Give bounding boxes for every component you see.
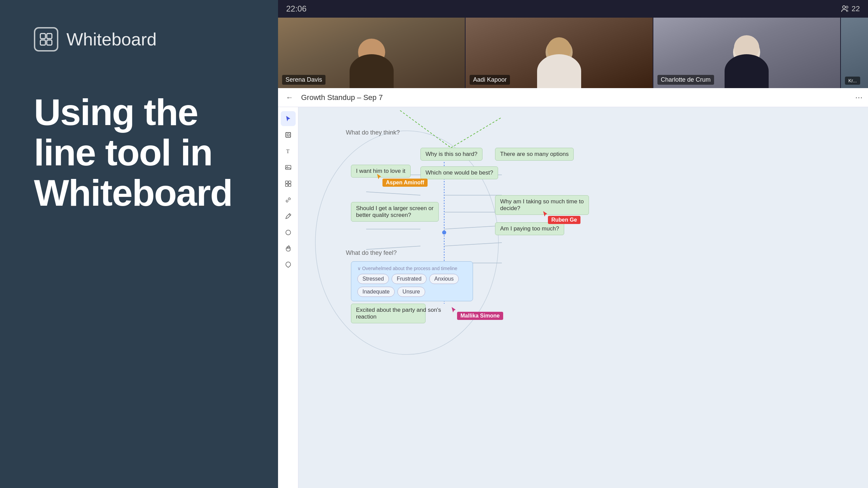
more-options-button[interactable]: ⋯ — [855, 93, 863, 102]
section-think-title: What do they think? — [346, 129, 400, 136]
svg-point-4 — [843, 6, 845, 8]
left-panel: Whiteboard Using the line tool in Whiteb… — [0, 0, 278, 488]
whiteboard-area: ← Growth Standup – Sep 7 ⋯ T — [278, 88, 868, 488]
hero-title: Using the line tool in Whiteboard — [34, 92, 244, 213]
video-thumb-1: Serena Davis — [278, 18, 466, 88]
svg-text:T: T — [286, 148, 290, 154]
chip-inadequate: Inadequate — [357, 287, 395, 297]
cursor-mallika-label: Mallika Simone — [457, 312, 503, 320]
cursor-aspen-arrow — [376, 173, 382, 180]
svg-line-28 — [444, 243, 502, 246]
svg-point-5 — [846, 6, 848, 8]
whiteboard-topbar: ← Growth Standup – Sep 7 ⋯ — [278, 88, 868, 107]
frame-tool[interactable] — [281, 127, 296, 142]
shape-tool[interactable] — [281, 225, 296, 240]
svg-rect-9 — [285, 165, 291, 169]
participant-name-3: Charlotte de Crum — [657, 75, 714, 85]
svg-rect-12 — [289, 181, 291, 183]
cursor-ruben-arrow — [542, 210, 548, 217]
chip-unsure: Unsure — [397, 287, 425, 297]
node-screen: Should I get a larger screen orbetter qu… — [351, 202, 439, 222]
logo-area: Whiteboard — [34, 27, 244, 52]
video-thumbnails: Serena Davis Aadi Kapoor Charlotte de Cr… — [278, 18, 868, 88]
hand-tool[interactable] — [281, 241, 296, 256]
cursor-mallika-arrow — [451, 306, 456, 313]
cursor-aspen-label: Aspen Aminoff — [382, 179, 428, 187]
image-tool[interactable] — [281, 160, 296, 175]
svg-rect-0 — [40, 34, 45, 39]
svg-rect-11 — [285, 181, 288, 183]
svg-line-19 — [366, 192, 420, 195]
text-tool[interactable]: T — [281, 144, 296, 159]
video-thumb-2: Aadi Kapoor — [466, 18, 653, 88]
person-icon — [841, 5, 849, 13]
grid-tool[interactable] — [281, 176, 296, 191]
svg-point-30 — [442, 230, 446, 235]
wb-canvas: What do they think? I want him to love i… — [298, 107, 868, 488]
node-best: Which one would be best? — [420, 166, 498, 179]
chip-frustrated: Frustrated — [392, 274, 427, 284]
right-panel: 22:06 22 Serena Davis — [278, 0, 868, 488]
whiteboard-title: Growth Standup – Sep 7 — [301, 93, 850, 102]
video-thumb-4: Kr... — [841, 18, 868, 88]
svg-rect-6 — [286, 133, 291, 137]
participant-name-4: Kr... — [845, 77, 860, 85]
video-bar: 22:06 22 Serena Davis — [278, 0, 868, 88]
svg-rect-13 — [285, 184, 288, 186]
participant-name-2: Aadi Kapoor — [470, 75, 510, 85]
wb-toolbar: T — [278, 107, 298, 488]
node-excited: Excited about the party and son'sreactio… — [351, 304, 426, 323]
video-thumb-3: Charlotte de Crum — [653, 18, 841, 88]
chip-anxious: Anxious — [429, 274, 459, 284]
svg-rect-14 — [289, 184, 291, 186]
svg-line-27 — [444, 226, 502, 229]
select-tool[interactable] — [281, 111, 296, 126]
node-paying: Am I paying too much? — [495, 222, 564, 235]
svg-rect-2 — [40, 40, 45, 45]
node-options: There are so many options — [495, 148, 574, 161]
svg-rect-7 — [287, 134, 289, 136]
call-timer: 22:06 — [286, 4, 307, 14]
whiteboard-logo-icon — [34, 27, 58, 52]
back-button[interactable]: ← — [283, 92, 296, 104]
section-feel-title: What do they feel? — [346, 249, 397, 257]
link-tool[interactable] — [281, 192, 296, 207]
svg-rect-1 — [47, 34, 52, 39]
cursor-aspen: Aspen Aminoff — [376, 173, 428, 187]
video-bar-header: 22:06 22 — [278, 0, 868, 18]
participant-name-1: Serena Davis — [282, 75, 326, 85]
emotion-chips: Stressed Frustrated Anxious Inadequate U… — [357, 274, 467, 297]
svg-point-15 — [286, 230, 291, 235]
node-hard: Why is this so hard? — [420, 148, 482, 161]
chip-stressed: Stressed — [357, 274, 389, 284]
canvas-bg: What do they think? I want him to love i… — [298, 107, 868, 488]
svg-rect-3 — [47, 40, 52, 45]
cursor-ruben-label: Ruben Ge — [548, 216, 580, 224]
svg-line-22 — [366, 246, 420, 249]
node-overwhelmed: ∨ Overwhelmed about the process and time… — [351, 261, 473, 301]
draw-tool[interactable] — [281, 209, 296, 224]
cursor-mallika: Mallika Simone — [451, 306, 503, 320]
logo-text: Whiteboard — [66, 29, 157, 49]
cursor-ruben: Ruben Ge — [542, 210, 580, 224]
participants-count: 22 — [841, 4, 860, 13]
react-tool[interactable] — [281, 258, 296, 272]
